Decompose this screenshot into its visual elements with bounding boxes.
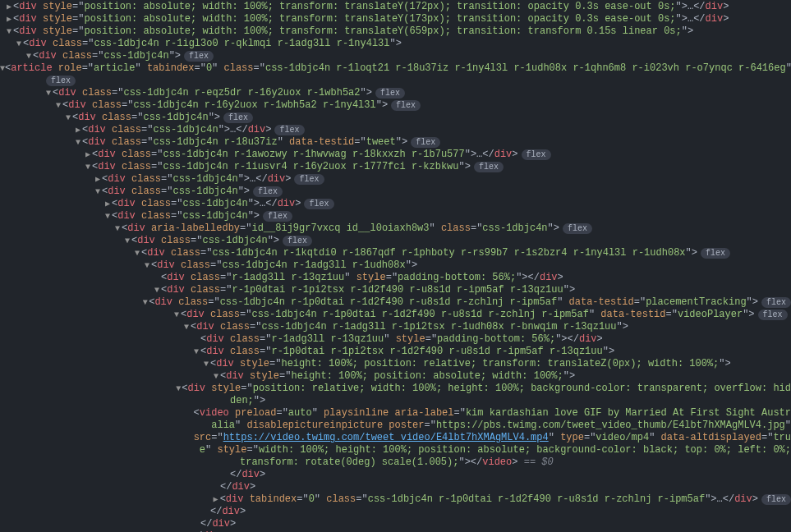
dom-node-row[interactable]: ▼<div class="css-1dbjc4n r-1igl3o0 r-qkl…: [0, 38, 791, 50]
chevron-down-icon[interactable]: ▼: [103, 210, 112, 222]
dom-node-row[interactable]: ▼<div style="position: absolute; width: …: [0, 25, 791, 38]
dom-node-row[interactable]: <div class="r-1adg3ll r-13qz1uu" style="…: [0, 333, 791, 346]
elements-tree[interactable]: ▶<div style="position: absolute; width: …: [0, 0, 791, 532]
chevron-down-icon[interactable]: ▼: [192, 346, 200, 358]
dom-node-row[interactable]: ▼<div class="r-1p0dtai r-1pi2tsx r-1d2f4…: [0, 284, 791, 296]
chevron-down-icon[interactable]: ▼: [113, 222, 122, 235]
dom-node-row[interactable]: ▼<div class="css-1dbjc4n r-1p0dtai r-1d2…: [0, 309, 791, 321]
dom-node-row[interactable]: ▼<div class="css-1dbjc4n r-1kqtdi0 r-186…: [0, 247, 791, 259]
chevron-down-icon[interactable]: ▼: [94, 186, 102, 198]
chevron-down-icon[interactable]: ▼: [84, 161, 92, 173]
node-markup: <div style="position: absolute; width: 1…: [13, 13, 729, 25]
node-markup: <div class="css-1dbjc4n r-16y2uox r-1wbh…: [62, 99, 388, 112]
chevron-down-icon[interactable]: ▼: [175, 383, 182, 395]
dom-node-row[interactable]: ▼<div class="css-1dbjc4n r-1iusvr4 r-16y…: [0, 161, 791, 173]
flex-badge: flex: [263, 211, 292, 222]
dom-node-row[interactable]: </div>: [0, 518, 791, 530]
chevron-down-icon[interactable]: ▼: [212, 370, 220, 383]
dom-node-row[interactable]: ▼<div class="css-1dbjc4n">flex: [0, 210, 791, 222]
dom-node-row[interactable]: ▶<div class="css-1dbjc4n">…</div>flex: [0, 198, 791, 210]
node-markup: <div class="css-1dbjc4n r-1igl3o0 r-qklm…: [23, 38, 402, 50]
dom-node-row[interactable]: ▶<div style="position: absolute; width: …: [0, 13, 791, 25]
chevron-right-icon[interactable]: ▶: [5, 1, 13, 13]
dom-node-row[interactable]: ▼<div class="css-1dbjc4n">flex: [0, 235, 791, 247]
dom-node-row[interactable]: ▶<div class="css-1dbjc4n">…</div>flex: [0, 173, 791, 186]
flex-badge: flex: [474, 162, 504, 172]
dom-node-row[interactable]: ▼<div aria-labelledby="id__8ij9gr7vxcq i…: [0, 222, 791, 235]
node-markup: <div class="r-1adg3ll r-13qz1uu" style="…: [200, 333, 603, 346]
dom-node-row[interactable]: <div class="r-1adg3ll r-13qz1uu" style="…: [0, 272, 791, 284]
chevron-right-icon[interactable]: ▶: [103, 198, 112, 210]
chevron-down-icon[interactable]: ▼: [202, 358, 210, 370]
chevron-down-icon[interactable]: ▼: [142, 296, 149, 309]
dom-node-row: flex: [0, 75, 791, 87]
node-markup: transform: rotate(0deg) scale(1.005);"><…: [240, 456, 554, 469]
chevron-down-icon[interactable]: ▼: [25, 50, 33, 62]
node-markup: <div style="position: relative; width: 1…: [182, 383, 791, 395]
chevron-down-icon[interactable]: ▼: [153, 284, 161, 296]
dom-node-row[interactable]: alia" disablepictureinpicture poster="ht…: [0, 420, 791, 432]
dom-node-row[interactable]: </div>: [0, 506, 791, 518]
dom-node-row[interactable]: ▶<div style="position: absolute; width: …: [0, 1, 791, 13]
chevron-down-icon[interactable]: ▼: [74, 136, 82, 149]
chevron-down-icon[interactable]: ▼: [15, 38, 23, 50]
node-markup: <div class="css-1dbjc4n r-1adg3ll r-1udh…: [151, 259, 417, 272]
chevron-right-icon[interactable]: ▶: [84, 149, 92, 161]
dom-node-row[interactable]: den;">: [0, 395, 791, 407]
chevron-right-icon[interactable]: ▶: [74, 124, 82, 136]
dom-node-row[interactable]: ▼<div style="position: relative; width: …: [0, 383, 791, 395]
flex-badge: flex: [304, 199, 333, 209]
dom-node-row[interactable]: ▼<div class="css-1dbjc4n">flex: [0, 186, 791, 198]
dom-node-row[interactable]: src="https://video.twimg.com/tweet_video…: [0, 432, 791, 444]
chevron-right-icon[interactable]: ▶: [212, 493, 220, 506]
chevron-down-icon[interactable]: ▼: [54, 99, 62, 112]
dom-node-row[interactable]: ▼<div style="height: 100%; position: rel…: [0, 358, 791, 370]
node-markup: <div class="css-1dbjc4n">…</div>: [82, 124, 271, 136]
chevron-down-icon[interactable]: ▼: [5, 25, 13, 38]
dom-node-row[interactable]: ▼<div class="css-1dbjc4n r-1adg3ll r-1pi…: [0, 321, 791, 333]
dom-node-row[interactable]: ▼<div class="r-1p0dtai r-1pi2tsx r-1d2f4…: [0, 346, 791, 358]
dom-node-row[interactable]: </div>: [0, 481, 791, 493]
chevron-down-icon[interactable]: ▼: [133, 247, 141, 259]
dom-node-row[interactable]: ▶<div tabindex="0" class="css-1dbjc4n r-…: [0, 493, 791, 506]
dom-node-row[interactable]: ▼<div class="css-1dbjc4n r-18u37iz" data…: [0, 136, 791, 149]
chevron-down-icon[interactable]: ▼: [44, 87, 53, 99]
node-markup: <video preload="auto" playsinline aria-l…: [194, 407, 791, 420]
dom-node-row[interactable]: ▶<div class="css-1dbjc4n">…</div>flex: [0, 124, 791, 136]
node-markup: den;">: [230, 395, 265, 407]
node-markup: <div class="css-1dbjc4n">…</div>: [112, 198, 301, 210]
dom-node-row[interactable]: ▶<div class="css-1dbjc4n r-1awozwy r-1hw…: [0, 149, 791, 161]
dom-node-row[interactable]: ▼<div class="css-1dbjc4n r-1p0dtai r-1d2…: [0, 296, 791, 309]
node-markup: <div class="r-1adg3ll r-13qz1uu" style="…: [161, 272, 563, 284]
dom-node-row[interactable]: e" style="width: 100%; height: 100%; pos…: [0, 444, 791, 456]
node-markup: <div class="css-1dbjc4n r-1p0dtai r-1d2f…: [149, 296, 758, 309]
node-markup: alia" disablepictureinpicture poster="ht…: [211, 420, 791, 432]
chevron-down-icon[interactable]: ▼: [172, 309, 181, 321]
node-markup: <article role="article" tabindex="0" cla…: [5, 62, 791, 75]
flex-badge: flex: [253, 186, 283, 197]
dom-node-row[interactable]: <video preload="auto" playsinline aria-l…: [0, 407, 791, 420]
dom-node-row[interactable]: ▼<div class="css-1dbjc4n r-1adg3ll r-1ud…: [0, 259, 791, 272]
flex-badge: flex: [411, 137, 440, 148]
dom-node-row[interactable]: ▼<div class="css-1dbjc4n r-eqz5dr r-16y2…: [0, 87, 791, 99]
chevron-down-icon[interactable]: ▼: [143, 259, 151, 272]
flex-badge: flex: [223, 112, 253, 123]
dom-node-row[interactable]: </div>: [0, 469, 791, 481]
flex-badge: flex: [184, 51, 214, 62]
flex-badge: flex: [391, 100, 421, 111]
dom-node-row[interactable]: ▼<div class="css-1dbjc4n">flex: [0, 50, 791, 62]
dom-node-row[interactable]: transform: rotate(0deg) scale(1.005);"><…: [0, 456, 791, 469]
chevron-down-icon[interactable]: ▼: [123, 235, 131, 247]
node-markup: <div style="position: absolute; width: 1…: [13, 25, 693, 38]
node-markup: <div class="css-1dbjc4n r-1adg3ll r-1pi2…: [191, 321, 628, 333]
dom-node-row[interactable]: ▼<article role="article" tabindex="0" cl…: [0, 62, 791, 75]
chevron-down-icon[interactable]: ▼: [182, 321, 191, 333]
node-markup: <div class="css-1dbjc4n">: [33, 50, 181, 62]
chevron-down-icon[interactable]: ▼: [64, 112, 72, 124]
dom-node-row[interactable]: ▼<div class="css-1dbjc4n">flex: [0, 112, 791, 124]
chevron-right-icon[interactable]: ▶: [5, 13, 13, 25]
dom-node-row[interactable]: ▼<div class="css-1dbjc4n r-16y2uox r-1wb…: [0, 99, 791, 112]
dom-node-row[interactable]: ▼<div style="height: 100%; position: abs…: [0, 370, 791, 383]
chevron-right-icon[interactable]: ▶: [94, 173, 102, 186]
node-markup: <div class="css-1dbjc4n r-1kqtdi0 r-1867…: [141, 247, 697, 259]
